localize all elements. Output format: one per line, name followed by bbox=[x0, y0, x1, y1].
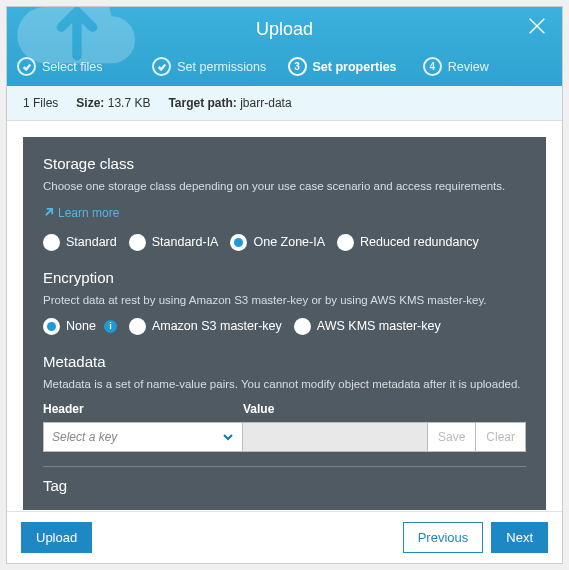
step-set-properties[interactable]: 3 Set properties bbox=[288, 57, 417, 76]
modal-header: Upload Select files Set permissions 3 Se… bbox=[7, 7, 562, 86]
step-label: Set permissions bbox=[177, 60, 266, 74]
step-number-icon: 3 bbox=[288, 57, 307, 76]
step-review[interactable]: 4 Review bbox=[423, 57, 552, 76]
metadata-desc: Metadata is a set of name-value pairs. Y… bbox=[43, 376, 526, 392]
radio-icon bbox=[337, 234, 354, 251]
modal-body-scroll[interactable]: 1 Files Size: 13.7 KB Target path: jbarr… bbox=[7, 86, 562, 511]
check-icon bbox=[17, 57, 36, 76]
radio-icon bbox=[230, 234, 247, 251]
radio-encryption-none[interactable]: Nonei bbox=[43, 318, 117, 335]
metadata-key-select[interactable]: Select a key bbox=[43, 422, 243, 452]
step-label: Set properties bbox=[313, 60, 397, 74]
metadata-value-col: Value bbox=[243, 402, 274, 416]
encryption-desc: Protect data at rest by using Amazon S3 … bbox=[43, 292, 526, 308]
step-select-files[interactable]: Select files bbox=[17, 57, 146, 76]
radio-icon bbox=[43, 234, 60, 251]
metadata-row: Select a key Save Clear bbox=[43, 422, 526, 452]
step-number-icon: 4 bbox=[423, 57, 442, 76]
files-count: 1 Files bbox=[23, 96, 58, 110]
divider bbox=[43, 466, 526, 467]
radio-one-zone-ia[interactable]: One Zone-IA bbox=[230, 234, 325, 251]
step-label: Select files bbox=[42, 60, 102, 74]
metadata-value-input[interactable] bbox=[243, 422, 428, 452]
modal-footer: Upload Previous Next bbox=[7, 511, 562, 563]
radio-icon bbox=[294, 318, 311, 335]
radio-icon bbox=[129, 234, 146, 251]
radio-reduced-redundancy[interactable]: Reduced redundancy bbox=[337, 234, 479, 251]
step-set-permissions[interactable]: Set permissions bbox=[152, 57, 281, 76]
upload-modal: Upload Select files Set permissions 3 Se… bbox=[6, 6, 563, 564]
chevron-down-icon bbox=[222, 431, 234, 443]
radio-standard-ia[interactable]: Standard-IA bbox=[129, 234, 219, 251]
close-button[interactable] bbox=[526, 15, 548, 41]
tag-heading: Tag bbox=[43, 477, 526, 494]
wizard-steps: Select files Set permissions 3 Set prope… bbox=[7, 51, 562, 86]
learn-more-link[interactable]: Learn more bbox=[43, 206, 119, 220]
storage-class-desc: Choose one storage class depending on yo… bbox=[43, 178, 526, 194]
properties-panel: Storage class Choose one storage class d… bbox=[23, 137, 546, 510]
target-path-info: Target path: jbarr-data bbox=[168, 96, 291, 110]
close-icon bbox=[526, 15, 548, 37]
upload-button[interactable]: Upload bbox=[21, 522, 92, 553]
modal-title: Upload bbox=[256, 19, 313, 40]
upload-summary-bar: 1 Files Size: 13.7 KB Target path: jbarr… bbox=[7, 86, 562, 121]
metadata-save-button[interactable]: Save bbox=[428, 422, 476, 452]
size-info: Size: 13.7 KB bbox=[76, 96, 150, 110]
storage-class-heading: Storage class bbox=[43, 155, 526, 172]
metadata-heading: Metadata bbox=[43, 353, 526, 370]
radio-standard[interactable]: Standard bbox=[43, 234, 117, 251]
radio-icon bbox=[43, 318, 60, 335]
metadata-clear-button[interactable]: Clear bbox=[476, 422, 526, 452]
metadata-header-col: Header bbox=[43, 402, 243, 416]
info-icon[interactable]: i bbox=[104, 320, 117, 333]
next-button[interactable]: Next bbox=[491, 522, 548, 553]
radio-encryption-kms[interactable]: AWS KMS master-key bbox=[294, 318, 441, 335]
check-icon bbox=[152, 57, 171, 76]
encryption-heading: Encryption bbox=[43, 269, 526, 286]
metadata-columns: Header Value bbox=[43, 402, 526, 416]
step-label: Review bbox=[448, 60, 489, 74]
radio-icon bbox=[129, 318, 146, 335]
previous-button[interactable]: Previous bbox=[403, 522, 484, 553]
storage-class-radios: Standard Standard-IA One Zone-IA Reduced… bbox=[43, 234, 526, 251]
encryption-radios: Nonei Amazon S3 master-key AWS KMS maste… bbox=[43, 318, 526, 335]
radio-encryption-s3[interactable]: Amazon S3 master-key bbox=[129, 318, 282, 335]
external-link-icon bbox=[43, 207, 54, 218]
